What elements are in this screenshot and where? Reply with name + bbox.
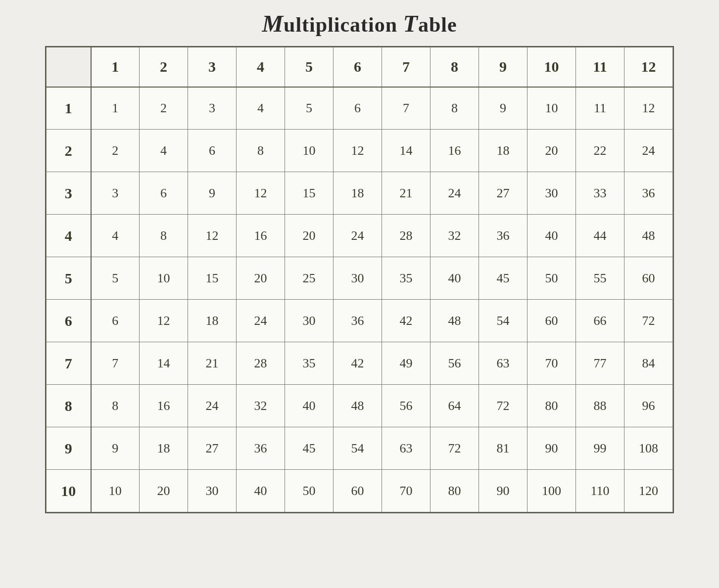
cell-6-5: 30 — [285, 300, 334, 342]
cell-10-6: 60 — [334, 470, 382, 512]
cell-4-10: 40 — [527, 215, 576, 257]
cell-3-6: 18 — [334, 172, 382, 215]
cell-10-3: 30 — [188, 470, 237, 512]
cell-4-3: 12 — [188, 215, 237, 257]
col-header-1: 1 — [91, 47, 140, 87]
cell-8-10: 80 — [527, 385, 576, 427]
cell-9-4: 36 — [237, 427, 285, 470]
page-title: Multiplication Table — [262, 10, 457, 37]
cell-8-7: 56 — [382, 385, 431, 427]
cell-3-1: 3 — [91, 172, 140, 215]
cell-1-6: 6 — [334, 87, 382, 130]
cell-6-12: 72 — [624, 300, 673, 342]
col-header-3: 3 — [188, 47, 237, 87]
cell-5-8: 40 — [431, 257, 479, 300]
cell-8-5: 40 — [285, 385, 334, 427]
cell-7-5: 35 — [285, 342, 334, 385]
cell-7-8: 56 — [431, 342, 479, 385]
cell-10-11: 110 — [576, 470, 624, 512]
cell-5-9: 45 — [479, 257, 527, 300]
cell-6-10: 60 — [527, 300, 576, 342]
cell-7-1: 7 — [91, 342, 140, 385]
cell-1-12: 12 — [624, 87, 673, 130]
cell-1-3: 3 — [188, 87, 237, 130]
cell-7-12: 84 — [624, 342, 673, 385]
cell-10-5: 50 — [285, 470, 334, 512]
cell-2-6: 12 — [334, 130, 382, 172]
cell-8-1: 8 — [91, 385, 140, 427]
cell-1-5: 5 — [285, 87, 334, 130]
col-header-5: 5 — [285, 47, 334, 87]
cell-10-1: 10 — [91, 470, 140, 512]
cell-7-7: 49 — [382, 342, 431, 385]
cell-7-4: 28 — [237, 342, 285, 385]
cell-1-9: 9 — [479, 87, 527, 130]
cell-10-10: 100 — [527, 470, 576, 512]
col-header-8: 8 — [431, 47, 479, 87]
row-header-3: 3 — [47, 172, 91, 215]
cell-2-12: 24 — [624, 130, 673, 172]
cell-5-10: 50 — [527, 257, 576, 300]
cell-3-10: 30 — [527, 172, 576, 215]
cell-4-9: 36 — [479, 215, 527, 257]
cell-4-5: 20 — [285, 215, 334, 257]
cell-1-4: 4 — [237, 87, 285, 130]
cell-5-2: 10 — [140, 257, 188, 300]
row-header-4: 4 — [47, 215, 91, 257]
corner-cell — [47, 47, 91, 87]
row-header-9: 9 — [47, 427, 91, 470]
cell-9-3: 27 — [188, 427, 237, 470]
cell-9-5: 45 — [285, 427, 334, 470]
cell-3-3: 9 — [188, 172, 237, 215]
cell-9-6: 54 — [334, 427, 382, 470]
cell-8-9: 72 — [479, 385, 527, 427]
row-header-6: 6 — [47, 300, 91, 342]
col-header-4: 4 — [237, 47, 285, 87]
cell-5-1: 5 — [91, 257, 140, 300]
cell-2-8: 16 — [431, 130, 479, 172]
cell-9-9: 81 — [479, 427, 527, 470]
cell-2-4: 8 — [237, 130, 285, 172]
cell-2-11: 22 — [576, 130, 624, 172]
cell-9-7: 63 — [382, 427, 431, 470]
cell-4-1: 4 — [91, 215, 140, 257]
cell-5-7: 35 — [382, 257, 431, 300]
col-header-11: 11 — [576, 47, 624, 87]
cell-6-6: 36 — [334, 300, 382, 342]
col-header-9: 9 — [479, 47, 527, 87]
cell-10-9: 90 — [479, 470, 527, 512]
cell-8-11: 88 — [576, 385, 624, 427]
cell-5-4: 20 — [237, 257, 285, 300]
cell-4-7: 28 — [382, 215, 431, 257]
cell-3-11: 33 — [576, 172, 624, 215]
cell-2-2: 4 — [140, 130, 188, 172]
cell-10-8: 80 — [431, 470, 479, 512]
cell-8-12: 96 — [624, 385, 673, 427]
cell-5-5: 25 — [285, 257, 334, 300]
cell-6-8: 48 — [431, 300, 479, 342]
cell-3-12: 36 — [624, 172, 673, 215]
col-header-2: 2 — [140, 47, 188, 87]
cell-3-5: 15 — [285, 172, 334, 215]
multiplication-table-container: 1234567891011121123456789101112224681012… — [45, 46, 674, 513]
cell-8-2: 16 — [140, 385, 188, 427]
cell-9-2: 18 — [140, 427, 188, 470]
cell-5-6: 30 — [334, 257, 382, 300]
cell-1-11: 11 — [576, 87, 624, 130]
col-header-6: 6 — [334, 47, 382, 87]
col-header-10: 10 — [527, 47, 576, 87]
cell-9-1: 9 — [91, 427, 140, 470]
col-header-7: 7 — [382, 47, 431, 87]
cell-3-7: 21 — [382, 172, 431, 215]
cell-1-10: 10 — [527, 87, 576, 130]
cell-10-2: 20 — [140, 470, 188, 512]
cell-9-8: 72 — [431, 427, 479, 470]
col-header-12: 12 — [624, 47, 673, 87]
cell-4-4: 16 — [237, 215, 285, 257]
cell-3-4: 12 — [237, 172, 285, 215]
cell-2-7: 14 — [382, 130, 431, 172]
row-header-10: 10 — [47, 470, 91, 512]
cell-6-4: 24 — [237, 300, 285, 342]
cell-2-3: 6 — [188, 130, 237, 172]
cell-6-2: 12 — [140, 300, 188, 342]
